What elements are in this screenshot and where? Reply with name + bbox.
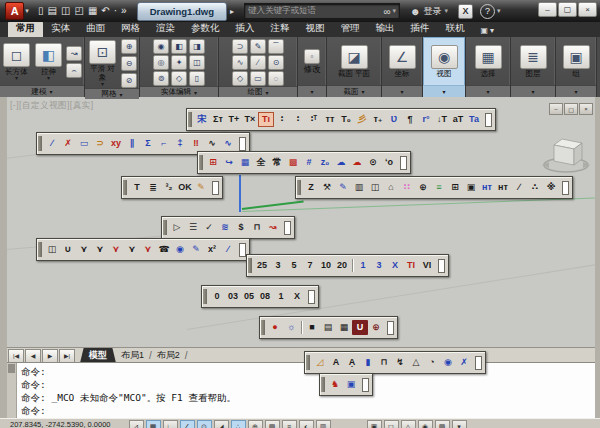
concentric-icon[interactable]: ∪ <box>60 242 76 257</box>
constraint-icon[interactable]: ⋎ <box>76 242 92 257</box>
panel-mesh-strip[interactable]: 网格▾ <box>85 88 139 99</box>
status-toggle[interactable]: ▥ <box>316 420 331 428</box>
workspace-switch-icon[interactable]: ▣ ▾ <box>481 26 495 37</box>
title-case-icon[interactable]: Ta <box>466 112 482 127</box>
text-spacing-icon[interactable]: ∶ <box>274 112 290 127</box>
blue-panel-icon[interactable]: ▣ <box>343 377 359 392</box>
plot-icon[interactable]: ▦ <box>88 6 97 16</box>
z-order-icon[interactable]: z₀ <box>317 155 333 170</box>
toolbar-drag-handle[interactable] <box>321 377 325 392</box>
coordinates-button[interactable]: ∠坐标 <box>384 45 420 79</box>
help-icon[interactable]: ? <box>480 4 495 19</box>
stack-icon[interactable]: ³₂ <box>161 180 177 195</box>
status-toggle[interactable]: ◻ <box>384 420 399 428</box>
scale-7-button[interactable]: 7 <box>302 258 318 273</box>
application-menu-button[interactable]: A ▾ <box>0 0 34 22</box>
toolbar-render[interactable]: ●☼■▤▦U⊕ <box>259 316 398 339</box>
sweep-icon[interactable]: ↝ <box>66 46 82 61</box>
paragraph-icon[interactable]: ¶ <box>402 112 418 127</box>
parallel-icon[interactable]: ∥ <box>124 136 140 151</box>
text-edit-icon[interactable]: Tı <box>258 112 274 127</box>
scale-10-button[interactable]: 10 <box>318 258 334 273</box>
cell-grid-icon[interactable]: ⊞ <box>447 180 463 195</box>
target-icon[interactable]: ⊕ <box>415 180 431 195</box>
cloud-blue-icon[interactable]: ☁ <box>333 155 349 170</box>
toolbar-drag-handle[interactable] <box>306 355 310 370</box>
circle-icon[interactable]: ⊙ <box>268 55 284 70</box>
hammer-icon[interactable]: ⚒ <box>319 180 335 195</box>
constraint-icon[interactable]: ⋎ <box>92 242 108 257</box>
material-swatch-icon[interactable]: ▤ <box>320 320 336 335</box>
drawing-minimize-button[interactable]: – <box>549 103 563 115</box>
image-icon[interactable]: ▩ <box>285 155 301 170</box>
lines-pen-icon[interactable]: ☰ <box>185 220 201 235</box>
toolbar-constraints[interactable]: ◫∪⋎⋎⋎⋎⋎☎◉✎x²∕ <box>36 238 250 261</box>
palette-icon[interactable]: ◫ <box>367 180 383 195</box>
exponent-icon[interactable]: x² <box>204 242 220 257</box>
rectangle-icon[interactable]: ▭ <box>250 71 266 86</box>
modify-button[interactable]: ▫修改 <box>300 49 324 76</box>
ht-blue-icon[interactable]: ʜᴛ <box>479 180 495 195</box>
intersect-icon[interactable]: ⊚ <box>153 71 169 86</box>
hatch-swatch-icon[interactable]: ▦ <box>336 320 352 335</box>
mesh-crease-icon[interactable]: ⊘ <box>121 73 137 88</box>
arc-icon[interactable]: ⌒ <box>268 39 284 54</box>
black-swatch-icon[interactable]: ■ <box>304 320 320 335</box>
dots-icon[interactable]: ∴ <box>527 180 543 195</box>
wave-icon[interactable]: ∿ <box>204 136 220 151</box>
ribbon-tab[interactable]: 曲面 <box>78 21 113 37</box>
ribbon-tab[interactable]: 网格 <box>113 21 148 37</box>
ellipse-icon[interactable]: ◌ <box>268 71 284 86</box>
status-toggle[interactable]: ▤ <box>265 420 280 428</box>
offset-face-icon[interactable]: ◫ <box>189 55 205 70</box>
bulb-icon[interactable]: ☼ <box>283 320 299 335</box>
toolbar-drag-handle[interactable] <box>248 258 252 273</box>
red-figure-icon[interactable]: ♞ <box>327 377 343 392</box>
point-light-icon[interactable]: ● <box>267 320 283 335</box>
section-button[interactable]: ◪截面 平面 <box>336 45 372 79</box>
status-toggle[interactable]: ⊿ <box>129 420 144 428</box>
table-icon[interactable]: ▥ <box>351 180 367 195</box>
search-input[interactable]: 键入关键字或短语 ∞ ▾ <box>244 3 400 19</box>
extrude-face-icon[interactable]: ◨ <box>189 39 205 54</box>
command-line-window[interactable]: 命令:命令:命令: _MCO 未知命令"MCO"。按 F1 查看帮助。命令: <box>7 362 595 419</box>
status-toggle[interactable]: ◢ <box>214 420 229 428</box>
document-tab[interactable]: Drawing1.dwg <box>137 2 227 21</box>
scale-1-button[interactable]: 1 <box>355 258 371 273</box>
font-style-icon[interactable]: 宋 <box>194 112 210 127</box>
redirect-icon[interactable]: ↪ <box>221 155 237 170</box>
slice-icon[interactable]: ◧ <box>171 39 187 54</box>
flag-icon[interactable]: ▷ <box>169 220 185 235</box>
chevron-down-icon[interactable]: ▾ <box>393 7 397 15</box>
hatch-icon[interactable]: # <box>301 155 317 170</box>
ribbon-tab[interactable]: 参数化 <box>183 21 228 37</box>
scatter-icon[interactable]: ※ <box>543 180 559 195</box>
sketch-pencil-icon[interactable]: 彡 <box>354 112 370 127</box>
status-toggle[interactable]: △ <box>401 420 416 428</box>
layout-tab-layout[interactable]: 布局2 <box>152 348 185 363</box>
new-file-icon[interactable]: ▯ <box>38 6 44 16</box>
text-move-icon[interactable]: ᴛ₊ <box>370 112 386 127</box>
union-icon[interactable]: ◉ <box>153 39 169 54</box>
toolbar-z-tools[interactable]: Z⚒✎▥◫⌂∷⊕≡⊞▣ʜᴛʜᴛ∕∴※ <box>295 176 573 199</box>
water-icon[interactable]: ≋ <box>217 220 233 235</box>
binoculars-search-icon[interactable]: ∞ <box>383 6 390 17</box>
ribbon-tab[interactable]: 渲染 <box>148 21 183 37</box>
prev-tab-button[interactable]: ◀ <box>25 349 41 363</box>
ribbon-tab[interactable]: 输出 <box>368 21 403 37</box>
weight-08-button[interactable]: 08 <box>257 289 273 304</box>
status-toggle[interactable]: ▣ <box>367 420 382 428</box>
circle-dot-icon[interactable]: ⊙ <box>365 155 381 170</box>
toolbar-drag-handle[interactable] <box>123 180 127 195</box>
status-toggle[interactable]: ⊙ <box>197 420 212 428</box>
redo-caret-icon[interactable]: · <box>114 6 117 16</box>
save-as-icon[interactable]: ◰ <box>74 6 83 16</box>
taper-face-icon[interactable]: ◇ <box>171 71 187 86</box>
scale-x-button[interactable]: X <box>387 258 403 273</box>
lightning-icon[interactable]: ↯ <box>392 355 408 370</box>
cloud-red-icon[interactable]: ☁ <box>349 155 365 170</box>
all-icon[interactable]: 全 <box>253 155 269 170</box>
viewport-controls-label[interactable]: [-][自定义视图][真实] <box>10 100 94 112</box>
justify-icon[interactable]: ≣ <box>145 180 161 195</box>
weight-x-button[interactable]: X <box>289 289 305 304</box>
